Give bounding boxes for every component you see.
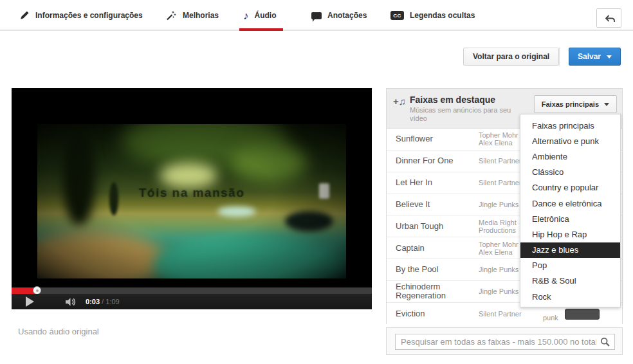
- tab-annotations[interactable]: Anotações: [311, 0, 367, 31]
- speaker-icon: [65, 297, 78, 307]
- vignette-overlay: [37, 124, 346, 278]
- genre-caret-down-icon: [604, 103, 609, 109]
- add-music-note-icon: +♫: [393, 96, 406, 107]
- video-caption-text: Tóis na mansão: [37, 186, 346, 200]
- save-button[interactable]: Salvar: [569, 48, 621, 66]
- tab-enhancements[interactable]: Melhorias: [166, 0, 219, 31]
- player-controls: 0:03 / 1:09: [12, 294, 372, 309]
- track-name: Eviction: [396, 309, 478, 318]
- duration: 1:09: [106, 298, 119, 305]
- genre-selector-button[interactable]: Faixas principais: [534, 95, 617, 113]
- cc-icon: CC: [390, 11, 404, 20]
- track-name: Sunflower: [396, 134, 478, 143]
- genre-option[interactable]: Ambiente: [520, 149, 620, 164]
- genre-option[interactable]: Rock: [520, 289, 620, 304]
- music-note-icon: ♪: [243, 10, 249, 21]
- video-player: Tóis na mansão 0:03 / 1:09: [12, 88, 372, 309]
- track-genre: punk: [543, 314, 558, 322]
- current-time: 0:03: [86, 298, 100, 305]
- genre-option[interactable]: Dance e eletrônica: [520, 196, 620, 211]
- genre-option[interactable]: Pop: [520, 258, 620, 273]
- search-input[interactable]: [395, 334, 615, 350]
- revert-to-original-button[interactable]: Voltar para o original: [463, 48, 559, 66]
- tab-label: Melhorias: [183, 11, 219, 20]
- search-field-wrap: [395, 334, 615, 350]
- genre-option-highlighted[interactable]: Jazz e blues: [520, 242, 620, 258]
- tab-label: Anotações: [327, 11, 367, 20]
- video-editor-page: Informações e configurações Melhorias ♪ …: [0, 0, 633, 364]
- genre-option[interactable]: Faixas principais: [520, 118, 620, 133]
- save-caret-down-icon: [607, 55, 612, 61]
- track-artist: Silent Partner: [479, 310, 537, 318]
- track-name: Urban Tough: [396, 222, 478, 231]
- search-panel: [386, 327, 623, 355]
- genre-option[interactable]: R&B & Soul: [520, 273, 620, 289]
- tab-closed-captions[interactable]: CC Legendas ocultas: [390, 0, 475, 31]
- tab-label: Áudio: [255, 11, 277, 20]
- track-name: Dinner For One: [396, 156, 478, 165]
- pencil-icon: [19, 10, 30, 21]
- genre-option[interactable]: Hip Hop e Rap: [520, 226, 620, 242]
- speech-bubble-icon: [311, 12, 322, 19]
- back-arrow-icon: [603, 14, 616, 23]
- seek-bar[interactable]: [12, 287, 372, 294]
- panel-subtitle: Músicas sem anúncios para seu vídeo: [410, 106, 524, 123]
- editor-tab-bar: Informações e configurações Melhorias ♪ …: [0, 0, 633, 31]
- track-name: Echinoderm Regeneration: [396, 282, 478, 300]
- back-button[interactable]: [596, 8, 621, 28]
- tab-audio[interactable]: ♪ Áudio: [243, 0, 277, 31]
- audio-status-text: Usando áudio original: [18, 327, 99, 336]
- toolbar-divider: [559, 48, 560, 66]
- magic-wand-icon: [166, 10, 177, 21]
- search-icon: [600, 337, 610, 350]
- save-button-label: Salvar: [578, 52, 601, 61]
- time-display: 0:03 / 1:09: [86, 298, 120, 305]
- genre-option[interactable]: Eletrônica: [520, 211, 620, 226]
- tab-label: Legendas ocultas: [410, 11, 475, 20]
- track-name: Captain: [396, 244, 478, 253]
- tab-info-settings[interactable]: Informações e configurações: [19, 0, 143, 31]
- time-separator: /: [100, 298, 106, 305]
- track-name: Let Her In: [396, 178, 478, 187]
- volume-button[interactable]: [65, 297, 78, 307]
- track-name: By the Pool: [396, 265, 478, 274]
- track-name: Believe It: [396, 200, 478, 209]
- genre-selector-label: Faixas principais: [542, 100, 599, 108]
- video-surface[interactable]: Tóis na mansão: [37, 124, 346, 278]
- panel-title: Faixas em destaque: [410, 95, 495, 105]
- track-preview-button[interactable]: [565, 309, 600, 320]
- genre-dropdown-menu: Faixas principais Alternativo e punk Amb…: [520, 114, 621, 307]
- tab-label: Informações e configurações: [35, 11, 143, 20]
- genre-option[interactable]: Alternativo e punk: [520, 133, 620, 149]
- genre-option[interactable]: Clássico: [520, 165, 620, 180]
- active-tab-underline: [239, 28, 283, 31]
- genre-option[interactable]: Country e popular: [520, 180, 620, 196]
- play-button[interactable]: [26, 296, 39, 307]
